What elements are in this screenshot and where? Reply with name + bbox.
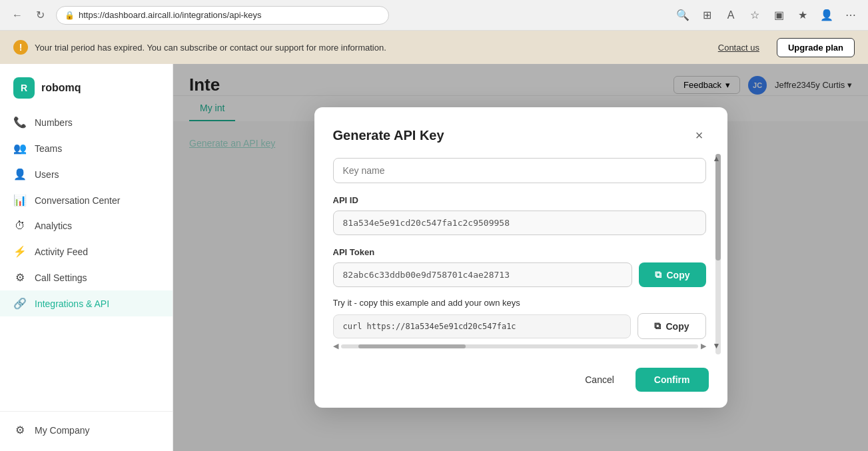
scroll-down-arrow[interactable]: ▼: [710, 341, 723, 354]
scroll-indicator: [715, 154, 721, 354]
sidebar-item-activity[interactable]: ⚡ Activity Feed: [0, 238, 173, 264]
copy-token-label: Copy: [667, 270, 690, 280]
sidebar-item-callsettings[interactable]: ⚙ Call Settings: [0, 264, 173, 290]
modal-title: Generate API Key: [333, 128, 444, 143]
curl-value: curl https://81a534e5e91cd20c547fa1c: [343, 322, 516, 331]
sidebar-label-teams: Teams: [35, 143, 62, 154]
sidebar-bottom: ⚙ My Company: [0, 411, 173, 443]
sidebar-item-teams[interactable]: 👥 Teams: [0, 135, 173, 161]
sidebar-label-numbers: Numbers: [35, 117, 73, 128]
integrations-icon: 🔗: [13, 297, 27, 310]
api-token-field[interactable]: [333, 262, 632, 287]
activity-icon: ⚡: [13, 245, 27, 258]
sidebar-label-callsettings: Call Settings: [35, 272, 87, 283]
api-id-label: API ID: [333, 195, 706, 205]
curl-row: curl https://81a534e5e91cd20c547fa1c ⧉ C…: [333, 313, 706, 339]
sidebar-logo: R robomq: [0, 72, 173, 109]
browser-chrome: ← ↻ 🔒 https://dashboard.aircall.io/integ…: [0, 0, 868, 31]
confirm-button[interactable]: Confirm: [636, 368, 709, 392]
split-btn[interactable]: ▣: [769, 6, 788, 25]
logo-icon: R: [13, 77, 35, 99]
sidebar-item-analytics[interactable]: ⏱ Analytics: [0, 213, 173, 238]
profile-btn[interactable]: 👤: [817, 6, 836, 25]
contact-us-link[interactable]: Contact us: [718, 43, 759, 53]
scroll-right-arrow[interactable]: ▶: [701, 342, 706, 350]
refresh-button[interactable]: ↻: [31, 6, 49, 25]
sidebar-label-conversation: Conversation Center: [35, 195, 120, 206]
font-btn[interactable]: A: [721, 6, 740, 25]
modal-body: API ID API Token ⧉ Copy Try it - copy th…: [333, 158, 709, 352]
callsettings-icon: ⚙: [13, 271, 27, 284]
sidebar-item-integrations[interactable]: 🔗 Integrations & API: [0, 290, 173, 316]
favorites-btn[interactable]: ★: [793, 6, 812, 25]
users-icon: 👤: [13, 168, 27, 181]
company-icon: ⚙: [13, 424, 27, 436]
api-token-label: API Token: [333, 247, 706, 257]
sidebar-label-users: Users: [35, 169, 59, 180]
scroll-left-arrow[interactable]: ◀: [333, 342, 338, 350]
sidebar-item-mycompany[interactable]: ⚙ My Company: [0, 417, 173, 443]
key-name-input[interactable]: [333, 158, 706, 183]
copy-curl-label: Copy: [666, 321, 689, 332]
sidebar-item-users[interactable]: 👤 Users: [0, 161, 173, 187]
main-layout: R robomq 📞 Numbers 👥 Teams 👤 Users 📊 Con…: [0, 64, 868, 451]
try-it-label: Try it - copy this example and add your …: [333, 298, 706, 308]
scroll-up-arrow[interactable]: ▲: [710, 154, 723, 167]
url-bar[interactable]: 🔒 https://dashboard.aircall.io/integrati…: [56, 6, 389, 25]
back-button[interactable]: ←: [8, 6, 27, 25]
scroll-handle: [358, 344, 466, 348]
browser-action-buttons: 🔍 ⊞ A ☆ ▣ ★ 👤 ⋯: [673, 6, 860, 25]
modal-header: Generate API Key ×: [333, 126, 709, 145]
teams-icon: 👥: [13, 142, 27, 155]
nav-buttons: ← ↻: [8, 6, 49, 25]
analytics-icon: ⏱: [13, 220, 27, 232]
api-id-field[interactable]: [333, 211, 706, 235]
modal-overlay: Generate API Key × ▲ ▼ API ID: [173, 64, 868, 451]
conversation-icon: 📊: [13, 194, 27, 207]
sidebar-label-activity: Activity Feed: [35, 246, 88, 257]
sidebar-label-integrations: Integrations & API: [35, 298, 109, 309]
extensions-btn[interactable]: ⋯: [841, 6, 860, 25]
search-browser-btn[interactable]: 🔍: [673, 6, 692, 25]
sidebar-label-analytics: Analytics: [35, 221, 72, 231]
generate-api-key-modal: Generate API Key × ▲ ▼ API ID: [314, 107, 727, 408]
copy-token-icon: ⧉: [655, 269, 661, 280]
bookmark-btn[interactable]: ☆: [745, 6, 764, 25]
curl-scrollbar: ◀ ▶: [333, 342, 706, 352]
sidebar-item-numbers[interactable]: 📞 Numbers: [0, 109, 173, 135]
trial-icon: !: [13, 40, 28, 55]
modal-close-button[interactable]: ×: [690, 126, 709, 145]
cancel-button[interactable]: Cancel: [572, 368, 628, 392]
curl-container: curl https://81a534e5e91cd20c547fa1c: [333, 314, 631, 338]
trial-banner: ! Your trial period has expired. You can…: [0, 31, 868, 64]
modal-footer: Cancel Confirm: [333, 368, 709, 392]
sidebar-item-conversation[interactable]: 📊 Conversation Center: [0, 187, 173, 213]
url-text: https://dashboard.aircall.io/integration…: [79, 10, 262, 20]
logo-name: robomq: [41, 82, 81, 94]
apps-btn[interactable]: ⊞: [697, 6, 716, 25]
content-area: Inte Feedback ▾ JC Jeffre2345y Curtis ▾ …: [173, 64, 868, 451]
sidebar: R robomq 📞 Numbers 👥 Teams 👤 Users 📊 Con…: [0, 64, 173, 451]
copy-token-button[interactable]: ⧉ Copy: [639, 262, 706, 287]
trial-text: Your trial period has expired. You can s…: [35, 43, 711, 53]
sidebar-label-mycompany: My Company: [35, 425, 89, 436]
upgrade-plan-button[interactable]: Upgrade plan: [777, 38, 855, 57]
phone-icon: 📞: [13, 116, 27, 129]
scroll-thumb: [715, 154, 721, 260]
scroll-track[interactable]: [341, 344, 698, 348]
copy-curl-icon: ⧉: [654, 320, 661, 332]
api-token-row: ⧉ Copy: [333, 262, 706, 287]
copy-curl-button[interactable]: ⧉ Copy: [638, 313, 706, 339]
